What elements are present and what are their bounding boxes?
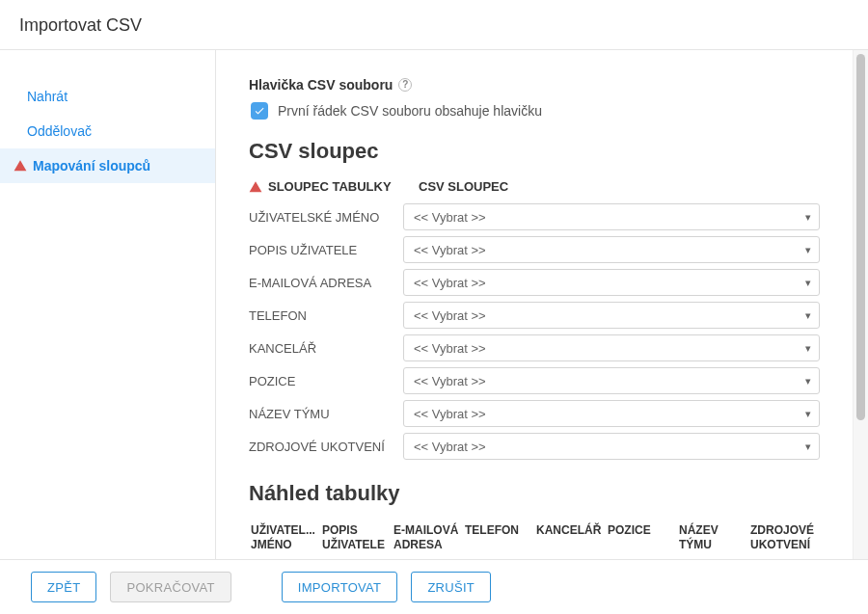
- select-placeholder: << Vybrat >>: [414, 440, 486, 454]
- mapping-row: KANCELÁŘ << Vybrat >>: [249, 334, 820, 361]
- sidebar-item-label: Nahrát: [27, 89, 68, 104]
- select-placeholder: << Vybrat >>: [414, 407, 486, 421]
- first-row-header-checkbox-row: První řádek CSV souboru obsahuje hlavičk…: [251, 102, 820, 120]
- mapping-header-table-column: SLOUPEC TABULKY: [268, 179, 413, 194]
- select-placeholder: << Vybrat >>: [414, 243, 486, 257]
- mapping-row: TELEFON << Vybrat >>: [249, 302, 820, 329]
- select-placeholder: << Vybrat >>: [414, 308, 486, 323]
- first-row-header-checkbox[interactable]: [251, 102, 268, 120]
- mapping-row: UŽIVATELSKÉ JMÉNO << Vybrat >>: [249, 203, 820, 230]
- select-placeholder: << Vybrat >>: [414, 276, 486, 290]
- page-title: Importovat CSV: [0, 0, 868, 50]
- cancel-button[interactable]: ZRUŠIT: [411, 572, 491, 602]
- sidebar-item-label: Oddělovač: [27, 123, 92, 139]
- mapping-row-label: E-MAILOVÁ ADRESA: [249, 276, 403, 290]
- preview-col-header: POPIS UŽIVATELE: [322, 523, 390, 552]
- preview-col-header: NÁZEV TÝMU: [679, 523, 746, 552]
- select-placeholder: << Vybrat >>: [414, 374, 486, 388]
- first-row-header-label: První řádek CSV souboru obsahuje hlavičk…: [278, 103, 542, 119]
- mapping-table-header: SLOUPEC TABULKY CSV SLOUPEC: [249, 179, 820, 194]
- mapping-row: POPIS UŽIVATELE << Vybrat >>: [249, 236, 820, 263]
- warning-icon: [14, 159, 27, 173]
- content: Hlavička CSV souboru ? První řádek CSV s…: [216, 50, 853, 559]
- preview-col-header: POZICE: [608, 523, 675, 552]
- sidebar-item-delimiter[interactable]: Oddělovač: [0, 114, 215, 148]
- preview-col-header: TELEFON: [465, 523, 532, 552]
- content-wrap: Hlavička CSV souboru ? První řádek CSV s…: [216, 50, 868, 559]
- preview-col-header: E-MAILOVÁ ADRESA: [393, 523, 461, 552]
- csv-column-select[interactable]: << Vybrat >>: [403, 367, 820, 394]
- mapping-row: E-MAILOVÁ ADRESA << Vybrat >>: [249, 269, 820, 296]
- csv-column-select[interactable]: << Vybrat >>: [403, 269, 820, 296]
- csv-column-select[interactable]: << Vybrat >>: [403, 400, 820, 427]
- scrollbar[interactable]: [853, 50, 868, 559]
- wizard-footer: ZPĚT POKRAČOVAT IMPORTOVAT ZRUŠIT: [0, 559, 868, 614]
- help-icon[interactable]: ?: [398, 78, 412, 92]
- select-placeholder: << Vybrat >>: [414, 341, 486, 356]
- wizard-sidebar: Nahrát Oddělovač Mapování sloupců: [0, 50, 216, 559]
- header-section-title: Hlavička CSV souboru ?: [249, 77, 820, 93]
- preview-col-header: ZDROJOVÉ UKOTVENÍ: [750, 523, 818, 552]
- header-section-title-text: Hlavička CSV souboru: [249, 77, 393, 93]
- scrollbar-thumb[interactable]: [856, 54, 865, 420]
- sidebar-item-column-mapping[interactable]: Mapování sloupců: [0, 148, 215, 183]
- warning-icon: [249, 180, 262, 194]
- csv-column-select[interactable]: << Vybrat >>: [403, 236, 820, 263]
- mapping-row-label: KANCELÁŘ: [249, 341, 403, 356]
- mapping-row-label: TELEFON: [249, 308, 403, 323]
- preview-col-header: KANCELÁŘ: [536, 523, 604, 552]
- mapping-row: NÁZEV TÝMU << Vybrat >>: [249, 400, 820, 427]
- mapping-row-label: POPIS UŽIVATELE: [249, 243, 403, 257]
- mapping-header-csv-column: CSV SLOUPEC: [419, 179, 508, 194]
- mapping-row: POZICE << Vybrat >>: [249, 367, 820, 394]
- csv-column-select[interactable]: << Vybrat >>: [403, 433, 820, 460]
- preview-table-header: UŽIVATEL... JMÉNO POPIS UŽIVATELE E-MAIL…: [249, 520, 820, 556]
- mapping-row-label: ZDROJOVÉ UKOTVENÍ: [249, 440, 403, 454]
- back-button[interactable]: ZPĚT: [31, 572, 96, 602]
- mapping-row-label: UŽIVATELSKÉ JMÉNO: [249, 210, 403, 225]
- import-csv-window: Importovat CSV Nahrát Oddělovač Mapování…: [0, 0, 868, 614]
- csv-column-select[interactable]: << Vybrat >>: [403, 302, 820, 329]
- sidebar-item-upload[interactable]: Nahrát: [0, 79, 215, 114]
- sidebar-item-label: Mapování sloupců: [33, 158, 150, 174]
- mapping-row: ZDROJOVÉ UKOTVENÍ << Vybrat >>: [249, 433, 820, 460]
- body: Nahrát Oddělovač Mapování sloupců Hlavič…: [0, 50, 868, 559]
- csv-column-select[interactable]: << Vybrat >>: [403, 203, 820, 230]
- continue-button: POKRAČOVAT: [110, 572, 231, 602]
- mapping-row-label: NÁZEV TÝMU: [249, 407, 403, 421]
- preview-heading: Náhled tabulky: [249, 481, 820, 506]
- mapping-rows: UŽIVATELSKÉ JMÉNO << Vybrat >> POPIS UŽI…: [249, 203, 820, 460]
- mapping-row-label: POZICE: [249, 374, 403, 388]
- csv-column-heading: CSV sloupec: [249, 139, 820, 164]
- select-placeholder: << Vybrat >>: [414, 210, 486, 225]
- csv-column-select[interactable]: << Vybrat >>: [403, 334, 820, 361]
- import-button[interactable]: IMPORTOVAT: [282, 572, 398, 602]
- preview-col-header: UŽIVATEL... JMÉNO: [251, 523, 318, 552]
